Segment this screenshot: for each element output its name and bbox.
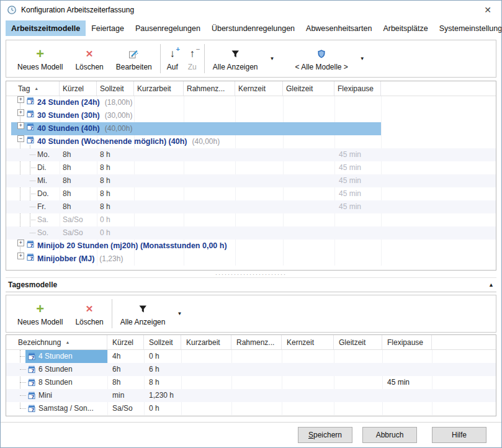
save-button[interactable]: Speichern: [298, 427, 352, 443]
tab-arbeitsplaetze[interactable]: Arbeitsplätze: [377, 20, 433, 36]
sollzeit-cell: 0 h: [149, 402, 159, 415]
day-cell: Mi.: [37, 174, 47, 187]
day-cell: Sa.: [37, 213, 48, 226]
show-all-filter-button[interactable]: Alle Anzeigen: [207, 45, 264, 73]
new-model-button[interactable]: + Neues Modell: [11, 45, 69, 73]
table-row[interactable]: So. Sa/So 0 h: [6, 226, 496, 240]
section-collapse-icon[interactable]: ▲: [488, 282, 496, 288]
column-header-rahmenzeit[interactable]: Rahmenz...: [231, 335, 282, 349]
column-header-flexipause[interactable]: Flexipause: [382, 335, 432, 349]
column-header-bezeichnung[interactable]: Bezeichnung▲: [6, 335, 107, 349]
flexipause-cell: 45 min: [339, 148, 361, 161]
column-header-kuerzel[interactable]: Kürzel: [107, 335, 144, 349]
kuerzel-cell: min: [112, 389, 124, 402]
bezeichnung-cell: 4 Stunden: [38, 350, 73, 363]
day-cell: Mo.: [37, 148, 50, 161]
column-header-gleitzeit[interactable]: Gleitzeit: [283, 81, 334, 96]
window-title: Konfiguration Arbeitszeiterfassung: [21, 6, 134, 14]
calendar-icon: [26, 96, 35, 105]
model-filter-dropdown-icon[interactable]: ▼: [354, 56, 370, 61]
calendar-icon: [26, 122, 35, 132]
column-header-rahmenzeit[interactable]: Rahmenz...: [184, 81, 235, 96]
table-row[interactable]: 6 Stunden 6h 6 h: [6, 363, 496, 376]
delete-button[interactable]: ✕ Löschen: [69, 45, 109, 73]
tab-abwesenheitsarten[interactable]: Abwesenheitsarten: [300, 20, 377, 36]
expand-all-label: Auf: [167, 63, 178, 71]
collapse-all-button[interactable]: ↑– Zu: [182, 45, 202, 73]
tab-arbeitszeitmodelle[interactable]: Arbeitszeitmodelle: [6, 20, 86, 36]
sollzeit-cell: 0 h: [100, 213, 110, 226]
model-row-text: 40 Stunden (Wochenende möglich) (40h)(40…: [37, 135, 220, 148]
tab-bar: Arbeitszeitmodelle Feiertage Pausenregel…: [1, 20, 501, 36]
kuerzel-cell: 8h: [63, 148, 71, 161]
table-row[interactable]: 8 Stunden 8h 8 h 45 min: [6, 376, 496, 389]
delete-day-model-button[interactable]: ✕ Löschen: [69, 300, 109, 328]
model-filter-button[interactable]: < Alle Modelle >: [289, 45, 354, 73]
table-row[interactable]: + 30 Stunden (30h)(30,00h): [6, 109, 496, 122]
tab-feiertage[interactable]: Feiertage: [86, 20, 130, 36]
model-filter-label: < Alle Modelle >: [295, 63, 347, 71]
column-header-sollzeit[interactable]: Sollzeit: [97, 81, 134, 96]
collapse-icon[interactable]: −: [17, 135, 24, 142]
expand-icon[interactable]: +: [17, 240, 24, 246]
new-day-model-button[interactable]: + Neues Modell: [11, 300, 69, 328]
bezeichnung-cell: 8 Stunden: [38, 376, 73, 389]
calendar-icon: [27, 352, 36, 361]
expand-icon[interactable]: +: [17, 96, 24, 103]
column-header-flexipause[interactable]: Flexipause: [334, 81, 381, 96]
calendar-icon: [26, 240, 35, 249]
table-row[interactable]: Di. 8h 8 h 45 min: [6, 161, 496, 174]
toolbar-separator: [160, 44, 161, 73]
table-row[interactable]: + Minijobber (MJ)(1,23h): [6, 253, 496, 266]
table-row[interactable]: + 24 Stunden (24h)(18,00h): [6, 96, 496, 109]
sollzeit-cell: 1,230 h: [149, 389, 174, 402]
expand-icon[interactable]: +: [17, 253, 24, 259]
table-row[interactable]: + Minijob 20 Stunden (mj20h) (Monatsstun…: [6, 240, 496, 253]
column-header-kernzeit[interactable]: Kernzeit: [282, 335, 334, 349]
column-header-kurzarbeit[interactable]: Kurzarbeit: [181, 335, 231, 349]
cancel-button[interactable]: Abbruch: [362, 427, 417, 443]
expand-icon[interactable]: +: [17, 122, 24, 129]
column-header-tag[interactable]: Tag▲: [6, 81, 60, 96]
table-row[interactable]: Samstag / Son... Sa/So 0 h: [6, 402, 496, 415]
calendar-icon: [27, 378, 36, 387]
show-all-day-label: Alle Anzeigen: [120, 318, 166, 326]
table-row-selected[interactable]: 4 Stunden 4h 0 h: [6, 350, 496, 363]
show-all-dropdown-icon[interactable]: ▼: [264, 56, 280, 61]
model-row-text: 40 Stunden (40h)(40,00h): [37, 122, 132, 135]
table-row[interactable]: − 40 Stunden (Wochenende möglich) (40h)(…: [6, 135, 496, 148]
tab-ueberstundenregelungen[interactable]: Überstundenregelungen: [206, 20, 300, 36]
help-button[interactable]: Hilfe: [432, 427, 486, 443]
column-header-kurzarbeit[interactable]: Kurzarbeit: [134, 81, 184, 96]
sollzeit-cell: 0 h: [100, 226, 110, 240]
flexipause-cell: 45 min: [339, 187, 361, 200]
section-title: Tagesmodelle: [8, 280, 57, 289]
tab-systemeinstellungen[interactable]: Systemeinstellungen: [434, 20, 502, 36]
expand-all-button[interactable]: ↓+ Auf: [163, 45, 182, 73]
table-row[interactable]: Mi. 8h 8 h 45 min: [6, 174, 496, 187]
delete-label: Löschen: [75, 63, 103, 71]
table-row[interactable]: Sa. Sa/So 0 h: [6, 213, 496, 226]
table-row[interactable]: Fr. 8h 8 h 45 min: [6, 200, 496, 213]
tagesmodelle-toolbar: + Neues Modell ✕ Löschen Alle Anzeigen ▼: [6, 295, 496, 333]
sollzeit-cell: 8 h: [100, 174, 110, 187]
close-icon[interactable]: ✕: [477, 3, 499, 17]
tab-pausenregelungen[interactable]: Pausenregelungen: [130, 20, 206, 36]
table-row-selected[interactable]: + 40 Stunden (40h)(40,00h): [6, 122, 496, 135]
table-row[interactable]: Mini min 1,230 h: [6, 389, 496, 402]
delete-day-model-label: Löschen: [75, 318, 103, 326]
column-header-sollzeit[interactable]: Sollzeit: [144, 335, 181, 349]
show-all-day-filter-button[interactable]: Alle Anzeigen: [114, 300, 172, 328]
table-row[interactable]: Do. 8h 8 h 45 min: [6, 187, 496, 200]
column-header-kuerzel[interactable]: Kürzel: [60, 81, 97, 96]
column-header-gleitzeit[interactable]: Gleitzeit: [334, 335, 382, 349]
kuerzel-cell: Sa/So: [63, 213, 83, 226]
tagesmodelle-section-header[interactable]: Tagesmodelle ▲: [6, 277, 496, 292]
column-header-kernzeit[interactable]: Kernzeit: [235, 81, 283, 96]
splitter-handle[interactable]: ·······················: [1, 271, 501, 277]
edit-button[interactable]: Bearbeiten: [110, 45, 158, 73]
show-all-day-dropdown-icon[interactable]: ▼: [171, 311, 187, 316]
expand-icon[interactable]: +: [17, 109, 24, 116]
table-row[interactable]: Mo. 8h 8 h 45 min: [6, 148, 496, 161]
splitter-dots: ·······················: [215, 272, 287, 276]
